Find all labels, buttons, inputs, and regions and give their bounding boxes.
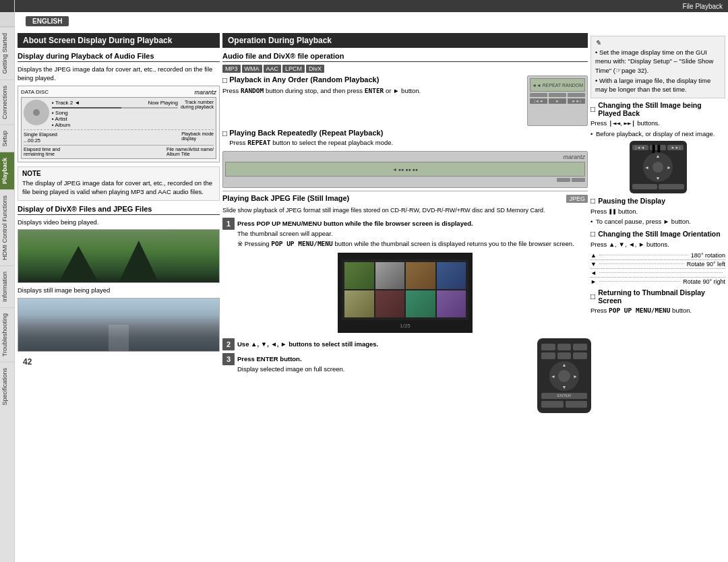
page-number: 42 (18, 354, 220, 369)
marantz-logo-small: marantz (194, 89, 216, 96)
track-label: ▪ Track 2 ◄ (52, 100, 80, 106)
during-playback-label: during playback (181, 104, 214, 109)
thumb-1 (344, 262, 374, 289)
audio-display-diagram: DATA DISC marantz ▪ Track 2 ◄ Now Playin… (18, 86, 220, 162)
tag-mp3: MP3 (222, 65, 241, 73)
random-playback-section: □ Playback in Any Order (Random Playback… (222, 75, 588, 126)
remote-btn-5 (557, 352, 572, 359)
tree-image (18, 229, 220, 283)
thumb-6 (375, 290, 405, 317)
thumb-page-label: 1/25 (342, 323, 468, 329)
remote-bot-l[interactable] (632, 184, 658, 189)
remote-fwd-btn[interactable]: ►►| (667, 145, 684, 150)
file-playback-label: File Playback (683, 3, 723, 10)
remote-play-btn[interactable]: ▐▐ (650, 145, 666, 150)
playback-mode-label: Playback modedisplay (181, 131, 214, 144)
sidebar-item-getting-started[interactable]: Getting Started (0, 27, 14, 80)
track-num-label: Track number (181, 100, 214, 104)
sidebar-item-troubleshooting[interactable]: Troubleshooting (0, 307, 14, 362)
remote-btn-7 (541, 401, 564, 408)
road-image (18, 298, 220, 352)
remote-enter-label[interactable]: ENTER (541, 393, 587, 399)
thumbnail-grid (342, 259, 468, 320)
thumb-3 (406, 262, 435, 289)
elapsed-time-label: Elapsed time andremaining time (24, 147, 60, 156)
change-image-text: Press |◄◄, ►►| buttons. (590, 119, 725, 127)
note-box: NOTE The display of JPEG image data for … (18, 166, 220, 201)
remote-up-btn[interactable]: ▲ (562, 363, 567, 367)
remote-dpad-up[interactable]: ▲ (656, 154, 661, 158)
remote-dpad-down[interactable]: ▼ (656, 176, 661, 181)
remote-right-btn[interactable]: ► (573, 373, 578, 378)
pause-text: Press ❚❚ button. (590, 207, 725, 216)
steps-2-3-row: 2 Use ▲, ▼, ◄, ► buttons to select still… (222, 336, 588, 416)
sidebar: Getting Started Connections Setup Playba… (0, 0, 15, 562)
remote-btn-1 (541, 344, 555, 350)
remote-enter-btn[interactable] (558, 370, 570, 382)
middle-column: Operation During Playback Audio file and… (222, 33, 588, 559)
middle-section-title: Operation During Playback (222, 33, 588, 48)
audio-file-op-title: Audio file and DivX® file operation (222, 52, 588, 62)
remote-control: ▲ ▼ ◄ ► ENTER (537, 338, 591, 413)
remote-left-btn[interactable]: ◄ (551, 373, 555, 378)
remote-bot-r[interactable] (659, 184, 684, 189)
top-bar: File Playback (15, 0, 728, 12)
remote-dpad-right: ▲ ▼ ◄ ► (643, 152, 673, 182)
random-playback-title: Playback in Any Order (Random Playback) (229, 75, 379, 84)
remote-enter-center[interactable] (653, 162, 663, 173)
sidebar-item-playback[interactable]: Playback (0, 152, 14, 189)
return-thumbnail-title: Returning to Thumbnail Display Screen (590, 288, 725, 305)
remote-rew-btn[interactable]: |◄◄ (632, 145, 648, 150)
info-icon: ✎ (595, 39, 721, 46)
header-row: ENGLISH (15, 12, 728, 30)
repeat-playback-section: □ Playing Back Repeatedly (Repeat Playba… (222, 129, 588, 148)
thumb-7 (406, 290, 435, 317)
info-bullet-2: • With a large image file, the display t… (595, 76, 721, 94)
sidebar-item-connections[interactable]: Connections (0, 80, 14, 125)
time-display: ...00:25 (24, 137, 57, 144)
remote-dpad-right-arrow[interactable]: ► (667, 165, 671, 170)
orientation-text: Press ▲, ▼, ◄, ► buttons. (590, 240, 725, 249)
remote-dpad[interactable]: ▲ ▼ ◄ ► (549, 361, 579, 391)
right-column: ✎ • Set the image display time on the GU… (590, 33, 725, 559)
main-content: File Playback ENGLISH About Screen Displ… (15, 0, 728, 562)
orientation-lines: ▲ 180° rotation ▼ Rotate 90° left ◄ ► (590, 251, 725, 286)
content-area: About Screen Display During Playback Dis… (15, 30, 728, 562)
step-3-text: Display selected image on full screen. (237, 365, 344, 373)
song-label: ▪ Song (52, 110, 178, 116)
orient-rotate-left-label: Rotate 90° left (687, 261, 725, 268)
sidebar-item-hdmi[interactable]: HDMI Control Functions (0, 189, 14, 266)
divx-files-title: Display of DivX® Files and JPEG Files (18, 205, 220, 215)
remote-down-btn[interactable]: ▼ (562, 385, 567, 389)
left-section-title: About Screen Display During Playback (18, 33, 220, 48)
tag-wma: WMA (242, 65, 262, 73)
divx-desc: Displays video being played. (18, 218, 220, 226)
audio-files-title: Display during Playback of Audio Files (18, 52, 220, 62)
device-display-repeat: marantz ◄ ●● ●● ●● (222, 151, 588, 188)
thumb-5 (344, 290, 374, 317)
jpeg-intro-text: Slide show playback of JPEG format still… (222, 206, 588, 215)
tag-jpeg: JPEG (566, 195, 588, 203)
sidebar-item-specifications[interactable]: Specifications (0, 362, 14, 411)
orient-left-arrow: ◄ (590, 270, 597, 276)
still-image-desc: Displays still image being played (18, 286, 220, 294)
orient-down-arrow: ▼ (590, 261, 597, 268)
note-title: NOTE (22, 170, 215, 177)
step-1-num: 1 (222, 218, 235, 230)
thumb-4 (437, 262, 466, 289)
orient-180-label: 180° rotation (691, 252, 725, 259)
jpeg-section-title: Playing Back JPEG File (Still Image) (222, 194, 349, 204)
step-2-num: 2 (222, 338, 235, 350)
format-tags: MP3 WMA AAC LPCM DivX (222, 65, 588, 73)
thumbnail-grid-container: 1/25 (338, 253, 473, 333)
info-box: ✎ • Set the image display time on the GU… (590, 36, 725, 98)
step-2-bold: Use ▲, ▼, ◄, ► buttons to select still i… (237, 340, 378, 348)
remote-dpad-left[interactable]: ◄ (644, 165, 649, 170)
tag-lpcm: LPCM (282, 65, 305, 73)
sidebar-item-setup[interactable]: Setup (0, 125, 14, 152)
single-elapsed-label: Single Elapsed (24, 131, 57, 137)
remote-btn-3 (573, 344, 587, 350)
step-3: 3 Press ENTER button. Display selected i… (222, 353, 533, 375)
now-playing-label: Now Playing (148, 100, 178, 106)
sidebar-item-information[interactable]: Information (0, 266, 14, 307)
